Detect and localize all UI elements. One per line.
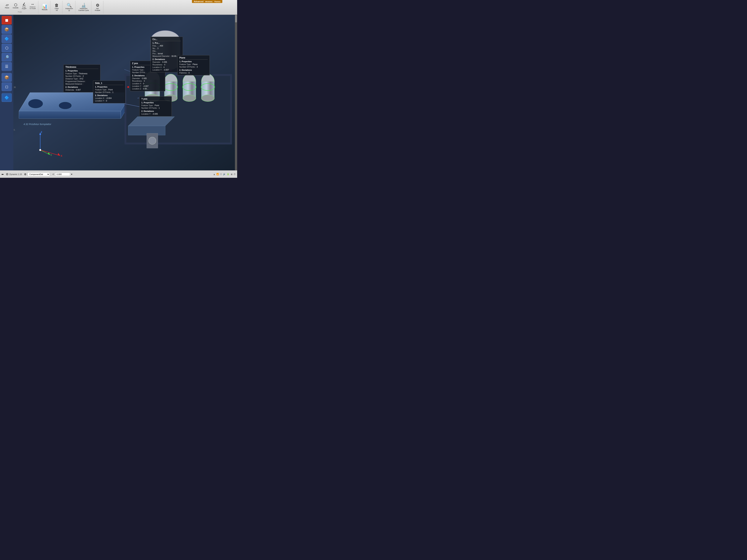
ypos-section1: 1. Properties (141, 102, 170, 104)
cylinder-num-row: Nu... 3 (153, 47, 181, 50)
side1-locx-row: Location X : -0.004 (95, 97, 123, 100)
results-group: 📊 Results (39, 1, 50, 14)
statusbar-icon: ⬅ (1, 173, 4, 176)
side1-num-points-row: Number Of Points : 1 (95, 91, 123, 94)
svg-point-47 (39, 149, 41, 151)
ypos-locy-row: Location Y : -0.005 (141, 113, 170, 115)
tray-network: 🖥 (230, 173, 233, 176)
inspection-button[interactable]: 🔍 Inspection(i) (65, 3, 74, 12)
svg-text:4.32 Prüsfixtur formplattor: 4.32 Prüsfixtur formplattor (24, 123, 51, 126)
std-probe-button[interactable]: ⚙ Std.Probe▾ (94, 3, 102, 12)
app-icon: ✿ (6, 172, 8, 176)
plane-button[interactable]: ▱ Plane (3, 2, 11, 10)
tray-wifi: 📶 (216, 173, 219, 176)
svg-point-16 (183, 95, 196, 102)
ypos-section2: 2. Deviations (141, 110, 170, 112)
outside-icon: ⬡ (14, 3, 17, 7)
thickness-distance-type-row: Distance Type : XYZ (66, 77, 98, 80)
ypos-feature-type-row: Feature Type : Point (141, 104, 170, 107)
svg-point-5 (59, 102, 72, 109)
plane-num-points-row: Number Of Points : 3 (179, 65, 208, 68)
toolbar-probe-group: ▱ Plane ⬡ Outside ∠ EdgeAngle▾ ↔ Distanc… (1, 1, 38, 14)
plane-popup: Plane 1. Properties Feature Type : Plane… (177, 55, 210, 75)
value-section[interactable]: ⊲ ▾ (52, 172, 72, 176)
left-btn-3[interactable]: 🔷 (2, 34, 12, 43)
system-tray: ▲ 📶 ⬡ 🔊 🔋 🖥 ⏱ (213, 173, 236, 176)
thickness-feature-type-row: Feature Type : Thickness (66, 72, 98, 75)
left-btn-1[interactable]: ◼ (2, 16, 12, 24)
clear-all-icon: 🗑 (55, 3, 59, 7)
cylinder-dia-row: Dia... (153, 50, 181, 52)
advanced-tab[interactable]: Advanced Windows Themes (192, 0, 222, 3)
std-probe-icon: ⚙ (96, 3, 100, 7)
ypos-title: Y pos (141, 98, 170, 101)
zpos-diameter-row: Diameter : 0.005 (132, 77, 163, 80)
side1-feature-type-row: Feature Type : Point (95, 88, 123, 91)
zpos-roundness-row: Roundness : 0 (132, 80, 163, 82)
inspection-group: 🔍 Inspection(i) (63, 1, 75, 14)
left-btn-5[interactable]: 🔎 (2, 53, 12, 61)
svg-point-19 (201, 95, 214, 102)
left-btn-4[interactable]: ⬡ (2, 44, 12, 52)
ypos-popup: Y pos 1. Properties Feature Type : Point… (139, 96, 172, 116)
results-button[interactable]: 📊 Results (41, 4, 49, 11)
viewport[interactable]: Z Y X 4.32 Prüsfixtur formplattor 36 0, … (14, 15, 237, 170)
viewport-scrollbar[interactable] (235, 15, 237, 170)
plane-section1: 1. Properties (179, 60, 208, 62)
cylinder-feature-row: Fea... ...400 (153, 45, 181, 47)
cylinder-probe-row: Pro... ternal (153, 52, 181, 55)
plane-feature-type-row: Feature Type : Plane (179, 63, 208, 65)
plane-popup-title: Plane (179, 56, 208, 60)
zpos-section2: 2. Deviations (132, 75, 163, 77)
tray-speaker: 🔊 (223, 173, 226, 176)
side1-section1: 1. Properties (95, 86, 123, 88)
edge-angle-icon: ∠ (22, 2, 26, 6)
inspection-canned-group: 🔬 InspectionCanned Cycle (76, 1, 91, 14)
distance-icon: ↔ (31, 2, 34, 6)
left-panel: ◼ 📦 🔷 ⬡ 🔎 ☰ 📦 ◻ 🔷 (0, 15, 14, 170)
cylinder-title: Co... (153, 38, 181, 41)
value-input[interactable] (55, 172, 70, 176)
component-select[interactable]: ComponentDat (28, 172, 50, 176)
scrollbar-thumb[interactable] (235, 15, 237, 22)
outside-button[interactable]: ⬡ Outside (11, 2, 20, 10)
plane-flatness-row: Flatness : 0 (179, 72, 208, 74)
svg-marker-2 (19, 111, 121, 118)
dynamic-version: Dynamic 1.15 (9, 173, 22, 176)
dynamic-label-section: ✿ Dynamic 1.15 (6, 172, 22, 176)
left-btn-8[interactable]: ◻ (2, 82, 12, 91)
value-dropdown[interactable]: ▾ (71, 173, 72, 176)
plane-section2: 2. Deviations (179, 69, 208, 71)
cylinder-locx-row: Location X : 0 (153, 66, 181, 69)
component-section[interactable]: ⚙ ComponentDat (24, 172, 50, 176)
inspection-canned-button[interactable]: 🔬 InspectionCanned Cycle (78, 3, 90, 12)
left-btn-2[interactable]: 📦 (2, 25, 12, 34)
component-icon: ⚙ (24, 173, 26, 176)
tray-icon-1: ▲ (213, 173, 215, 176)
left-btn-6[interactable]: ☰ (2, 62, 12, 71)
cylinder-locy-row: Location Y : -0.007 (153, 69, 181, 71)
edge-angle-button[interactable]: ∠ EdgeAngle▾ (20, 2, 28, 10)
filter-icon: ⊲ (52, 173, 54, 176)
cylinder-section2: 2. Deviations (153, 58, 181, 60)
cylinder-round-row: Roundness : 0 (153, 63, 181, 66)
ypos-num-points-row: Number Of Points : 1 (141, 107, 170, 109)
side1-popup: Side_1 1. Properties Feature Type : Poin… (93, 81, 125, 103)
clear-all-group: 🗑 ClearAll (51, 1, 62, 14)
zpos-locz-row: Location Z : 0.00... (132, 87, 163, 90)
left-btn-9[interactable]: 🔷 (2, 93, 12, 102)
clear-all-button[interactable]: 🗑 ClearAll (53, 3, 61, 12)
side1-title: Side_1 (95, 82, 123, 85)
zpos-locx-row: Location X : 0 (132, 82, 163, 85)
svg-text:Y: Y (50, 154, 52, 157)
zpos-locy-row: Location Y : -0.007 (132, 85, 163, 87)
svg-point-4 (28, 99, 43, 108)
svg-point-30 (149, 137, 156, 144)
cylinder-dia2-row: Diameter : 0.005 (153, 61, 181, 63)
distance-to-point-button[interactable]: ↔ DistanceTo Point▾ (28, 2, 37, 10)
statusbar: ⬅ ✿ Dynamic 1.15 ⚙ ComponentDat ⊲ ▾ ▲ 📶 … (0, 170, 237, 178)
toolbar: ▱ Plane ⬡ Outside ∠ EdgeAngle▾ ↔ Distanc… (0, 0, 237, 15)
left-btn-7[interactable]: 📦 (2, 73, 12, 82)
inspection-canned-icon: 🔬 (81, 3, 86, 7)
thickness-section1: 1. Properties (66, 70, 98, 72)
